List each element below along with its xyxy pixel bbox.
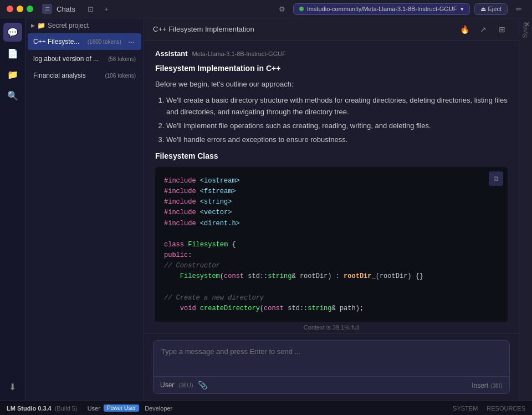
code-block: ⧉ #include <iostream> #include <fstream>…	[155, 167, 508, 322]
pencil-icon-btn[interactable]: ✏	[512, 2, 525, 16]
chat-title: C++ Filesystem Implementation	[153, 25, 452, 33]
sidebar: ▶ 📁 Secret project C++ Filesyste... (160…	[25, 18, 144, 401]
insert-label: Insert	[472, 382, 488, 389]
chat-item-financial[interactable]: Financial analysis (106 tokens)	[28, 68, 141, 83]
input-area: User (⌘U) 📎 Insert (⌘I)	[144, 333, 519, 401]
settings-icon-btn[interactable]: ⚙	[275, 2, 289, 16]
context-bar: Context is 39.1% full	[144, 322, 519, 333]
code-line-3: #include <string>	[164, 197, 499, 208]
code-line-constructor: Filesystem(const std::string& rootDir) :…	[164, 271, 499, 282]
message-content: Filesystem Implementation in C++ Before …	[155, 62, 508, 322]
user-label: User	[160, 381, 174, 389]
input-box: User (⌘U) 📎 Insert (⌘I)	[153, 340, 510, 394]
message-model: Meta-Llama-3.1-8B-Instruct-GGUF	[192, 50, 286, 57]
message-heading2: Filesystem Class	[155, 150, 508, 162]
statusbar-left: LM Studio 0.3.4 (Build 5) User Power Use…	[7, 404, 172, 412]
insert-section: Insert (⌘I)	[472, 380, 503, 390]
token-badge-cpp: (1600 tokens)	[88, 39, 121, 45]
grid-icon-btn[interactable]: ⊞	[494, 22, 510, 37]
tab-title: Chats	[57, 5, 75, 13]
add-chat-button[interactable]: +	[100, 2, 113, 16]
assistant-message: Assistant Meta-Llama-3.1-8B-Instruct-GGU…	[155, 49, 508, 322]
model-selector[interactable]: lmstudio-community/Meta-Llama-3.1-8B-Ins…	[293, 3, 469, 15]
message-role: Assistant	[155, 49, 188, 58]
system-status: SYSTEM	[453, 405, 478, 412]
folder-icon-btn[interactable]: 📁	[3, 65, 22, 84]
chat-item-log[interactable]: log about version of ... (56 tokens)	[28, 51, 141, 67]
chat-header: C++ Filesystem Implementation 🔥 ↗ ⊞	[144, 18, 519, 41]
copy-code-button[interactable]: ⧉	[489, 171, 503, 186]
code-line-comment2: // Create a new directory	[164, 293, 499, 303]
code-line-comment1: // Constructor	[164, 261, 499, 271]
chat-item-title-cpp: C++ Filesyste...	[33, 38, 79, 45]
model-status-dot	[299, 7, 304, 11]
message-label: Assistant Meta-Llama-3.1-8B-Instruct-GGU…	[155, 49, 508, 58]
insert-shortcut: (⌘I)	[491, 382, 503, 389]
code-line-method: void createDirectory(const std::string& …	[164, 303, 499, 314]
chat-icon-btn[interactable]: 💬	[3, 23, 22, 42]
code-line-public: public:	[164, 250, 499, 261]
attach-icon[interactable]: 📎	[198, 381, 207, 389]
eject-button[interactable]: ⏏ Eject	[474, 3, 508, 15]
context-text: Context is 39.1% full	[304, 324, 359, 331]
chat-item-title-financial: Financial analysis	[33, 72, 86, 79]
message-intro: Before we begin, let's outline our appro…	[155, 79, 508, 90]
build-label: (Build 5)	[55, 405, 78, 412]
chat-item-row-cpp: C++ Filesyste... (1600 tokens) ···	[33, 37, 136, 46]
share-icon-btn[interactable]: ↗	[475, 22, 491, 37]
app-name: LM Studio 0.3.4	[7, 405, 52, 412]
token-badge-log: (56 tokens)	[108, 56, 136, 62]
eject-label: Eject	[488, 6, 502, 12]
statusbar-right: SYSTEM RESOURCES	[453, 405, 525, 412]
message-heading1: Filesystem Implementation in C++	[155, 62, 508, 74]
chat-item-row-financial: Financial analysis (106 tokens)	[33, 72, 136, 79]
model-name: lmstudio-community/Meta-Llama-3.1-8B-Ins…	[307, 6, 457, 12]
code-line-4: #include <vector>	[164, 208, 499, 218]
code-line-class: class Filesystem {	[164, 240, 499, 250]
close-button[interactable]	[7, 6, 13, 12]
titlebar-center: ☰ Chats ⊡ +	[42, 2, 113, 16]
chat-item-cpp[interactable]: C++ Filesyste... (1600 tokens) ···	[28, 33, 141, 50]
resources-status: RESOURCES	[487, 405, 525, 412]
tab-icon: ☰	[42, 4, 52, 14]
user-shortcut: (⌘U)	[178, 382, 193, 389]
message-step-3: We'll handle errors and exceptions to en…	[166, 134, 508, 146]
chat-header-icons: 🔥 ↗ ⊞	[457, 22, 510, 37]
code-line-1: #include <iostream>	[164, 176, 499, 186]
chevron-down-icon: ▾	[461, 6, 464, 13]
secret-project-section[interactable]: ▶ 📁 Secret project	[25, 18, 144, 33]
role-label: User	[88, 405, 100, 412]
flame-icon-btn[interactable]: 🔥	[457, 22, 472, 37]
input-toolbar: User (⌘U) 📎 Insert (⌘I)	[154, 376, 509, 393]
document-icon-btn[interactable]: 📄	[3, 44, 22, 63]
chat-item-dots-cpp[interactable]: ···	[127, 37, 136, 46]
traffic-lights	[0, 6, 33, 12]
chat-messages[interactable]: Assistant Meta-Llama-3.1-8B-Instruct-GGU…	[144, 41, 519, 322]
main-layout: 💬 📄 📁 🔍 ⬇ ▶ 📁 Secret project C++ Filesys…	[0, 18, 532, 401]
message-input[interactable]	[154, 341, 509, 374]
statusbar: LM Studio 0.3.4 (Build 5) User Power Use…	[0, 401, 532, 415]
icon-bar: 💬 📄 📁 🔍 ⬇	[0, 18, 25, 401]
titlebar-icons: ⊡ +	[84, 2, 113, 16]
code-line-5: #include <dirent.h>	[164, 219, 499, 229]
chat-content: C++ Filesystem Implementation 🔥 ↗ ⊞ Assi…	[144, 18, 519, 401]
input-toolbar-left: User (⌘U) 📎	[160, 381, 207, 389]
minimize-button[interactable]	[17, 6, 23, 12]
download-icon-btn[interactable]: ⬇	[3, 377, 22, 396]
message-steps-list: We'll create a basic directory structure…	[166, 95, 508, 145]
chat-item-row-log: log about version of ... (56 tokens)	[33, 55, 136, 63]
token-badge-financial: (106 tokens)	[105, 73, 136, 79]
developer-label: Developer	[145, 405, 172, 412]
folder-icon-btn[interactable]: ⊡	[84, 2, 98, 16]
code-line-2: #include <fstream>	[164, 186, 499, 197]
eject-icon: ⏏	[480, 6, 486, 13]
fullscreen-button[interactable]	[27, 6, 33, 12]
search-icon-btn[interactable]: 🔍	[3, 86, 22, 105]
power-user-badge[interactable]: Power User	[104, 404, 139, 412]
secret-project-label: Secret project	[48, 22, 89, 29]
system-label: Syste	[519, 18, 530, 43]
message-step-1: We'll create a basic directory structure…	[166, 95, 508, 118]
right-sidebar-partial: ✕ Syste	[519, 18, 532, 401]
message-step-2: We'll implement file operations such as …	[166, 120, 508, 132]
chevron-right-icon: ▶	[31, 23, 35, 28]
